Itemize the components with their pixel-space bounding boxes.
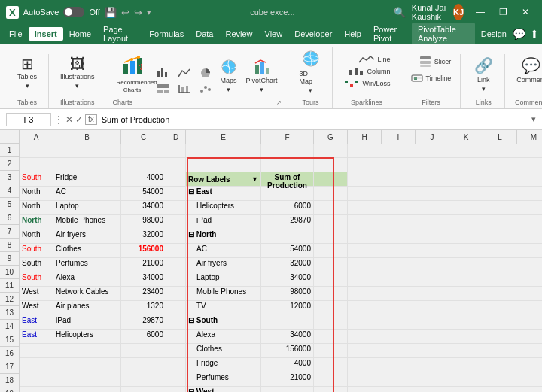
minimize-button[interactable]: — bbox=[470, 2, 491, 23]
cell-e9[interactable]: Air fryers bbox=[186, 258, 261, 272]
cell-e18[interactable]: ⊟ West bbox=[186, 387, 261, 392]
cell-rest-16[interactable] bbox=[348, 358, 542, 372]
cell-f7[interactable] bbox=[261, 229, 314, 243]
cell-d8[interactable] bbox=[166, 244, 186, 257]
cell-b16[interactable] bbox=[53, 358, 121, 372]
cell-a16[interactable] bbox=[20, 358, 53, 372]
cell-f17[interactable]: 21000 bbox=[261, 372, 314, 386]
cell-e16[interactable]: Fridge bbox=[186, 358, 261, 372]
menu-view[interactable]: View bbox=[259, 27, 289, 41]
menu-design[interactable]: Design bbox=[475, 27, 513, 41]
cell-c2[interactable] bbox=[121, 158, 166, 172]
cell-e17[interactable]: Perfumes bbox=[186, 372, 261, 386]
cell-d11[interactable] bbox=[166, 287, 186, 300]
ribbon-btn-winloss-sparkline[interactable]: Win/Loss bbox=[340, 78, 394, 89]
cell-b2[interactable] bbox=[53, 158, 121, 172]
cell-f13[interactable] bbox=[261, 315, 314, 329]
cell-d2[interactable] bbox=[166, 158, 186, 172]
col-header-m[interactable]: M bbox=[517, 130, 542, 144]
cell-a10[interactable]: South bbox=[20, 272, 53, 286]
cell-e3[interactable]: Row Labels▼ bbox=[186, 172, 261, 186]
cell-b12[interactable]: Air planes bbox=[53, 301, 121, 315]
cell-a13[interactable]: East bbox=[20, 315, 53, 329]
cell-d9[interactable] bbox=[166, 258, 186, 272]
cell-a1[interactable] bbox=[20, 144, 53, 157]
cell-d18[interactable] bbox=[166, 387, 186, 392]
cell-rest-14[interactable] bbox=[348, 330, 542, 343]
ribbon-btn-hierarchy-chart[interactable] bbox=[154, 82, 173, 96]
cell-rest-2[interactable] bbox=[348, 158, 542, 172]
cell-f5[interactable]: 6000 bbox=[261, 201, 314, 214]
cell-c5[interactable]: 34000 bbox=[121, 201, 166, 214]
cell-a6[interactable]: North bbox=[20, 215, 53, 229]
formula-confirm-icon[interactable]: ✓ bbox=[75, 114, 83, 125]
cell-a7[interactable]: North bbox=[20, 229, 53, 243]
formula-cancel-icon[interactable]: ✕ bbox=[65, 114, 73, 125]
cell-b18[interactable] bbox=[53, 387, 121, 392]
cell-b15[interactable] bbox=[53, 344, 121, 357]
cell-c14[interactable]: 6000 bbox=[121, 330, 166, 343]
ribbon-btn-scatter-chart[interactable] bbox=[196, 82, 215, 96]
cell-rest-17[interactable] bbox=[348, 372, 542, 386]
cell-g4[interactable] bbox=[314, 187, 348, 200]
ribbon-btn-maps[interactable]: Maps ▾ bbox=[217, 56, 241, 96]
ribbon-comment-icon[interactable]: 💬 bbox=[513, 28, 525, 40]
menu-pivottable-analyze[interactable]: PivotTable Analyze bbox=[412, 23, 475, 45]
ribbon-btn-illustrations[interactable]: 🖼 Illustrations ▾ bbox=[56, 54, 99, 92]
cell-c10[interactable]: 34000 bbox=[121, 272, 166, 286]
cell-f12[interactable]: 12000 bbox=[261, 301, 314, 315]
cell-b17[interactable] bbox=[53, 372, 121, 386]
cell-g7[interactable] bbox=[314, 229, 348, 243]
cell-b14[interactable]: Helicopters bbox=[53, 330, 121, 343]
cell-g3[interactable] bbox=[314, 172, 348, 186]
cell-f10[interactable]: 34000 bbox=[261, 272, 314, 286]
formula-bar-expand-icon[interactable]: ▾ bbox=[531, 114, 536, 124]
cell-g2[interactable] bbox=[314, 158, 348, 172]
col-header-j[interactable]: J bbox=[416, 130, 449, 144]
cell-c15[interactable] bbox=[121, 344, 166, 357]
cell-rest-15[interactable] bbox=[348, 344, 542, 357]
col-header-f[interactable]: F bbox=[261, 130, 314, 144]
maximize-button[interactable]: ❐ bbox=[492, 2, 513, 23]
formula-input[interactable] bbox=[100, 114, 528, 126]
menu-developer[interactable]: Developer bbox=[288, 27, 338, 41]
formula-fn-icon[interactable]: fx bbox=[85, 114, 97, 125]
menu-file[interactable]: File bbox=[3, 27, 29, 41]
cell-rest-18[interactable] bbox=[348, 387, 542, 392]
cell-d16[interactable] bbox=[166, 358, 186, 372]
cell-g9[interactable] bbox=[314, 258, 348, 272]
cell-rest-5[interactable] bbox=[348, 201, 542, 214]
cell-e8[interactable]: AC bbox=[186, 244, 261, 257]
cell-f6[interactable]: 29870 bbox=[261, 215, 314, 229]
cell-a18[interactable] bbox=[20, 387, 53, 392]
cell-e6[interactable]: iPad bbox=[186, 215, 261, 229]
cell-f15[interactable]: 156000 bbox=[261, 344, 314, 357]
ribbon-btn-timeline[interactable]: Timeline bbox=[408, 71, 455, 86]
menu-data[interactable]: Data bbox=[190, 27, 219, 41]
cell-a2[interactable] bbox=[20, 158, 53, 172]
cell-rest-4[interactable] bbox=[348, 187, 542, 200]
cell-rest-10[interactable] bbox=[348, 272, 542, 286]
cell-d17[interactable] bbox=[166, 372, 186, 386]
cell-e14[interactable]: Alexa bbox=[186, 330, 261, 343]
cell-b1[interactable] bbox=[53, 144, 121, 157]
cell-a11[interactable]: West bbox=[20, 287, 53, 300]
ribbon-btn-pivotchart[interactable]: PivotChart ▾ bbox=[242, 56, 282, 96]
cell-a14[interactable]: East bbox=[20, 330, 53, 343]
cell-a17[interactable] bbox=[20, 372, 53, 386]
cell-g8[interactable] bbox=[314, 244, 348, 257]
cell-g6[interactable] bbox=[314, 215, 348, 229]
col-header-b[interactable]: B bbox=[53, 130, 121, 144]
menu-help[interactable]: Help bbox=[338, 27, 367, 41]
cell-f8[interactable]: 54000 bbox=[261, 244, 314, 257]
formula-bar-options-icon[interactable]: ⋮ bbox=[54, 114, 63, 125]
cell-d3[interactable] bbox=[166, 172, 186, 186]
ribbon-search-icon[interactable]: ⬆ bbox=[530, 28, 539, 40]
cell-rest-6[interactable] bbox=[348, 215, 542, 229]
menu-review[interactable]: Review bbox=[219, 27, 258, 41]
cell-f3[interactable]: Sum of Production bbox=[261, 172, 314, 186]
cell-c13[interactable]: 29870 bbox=[121, 315, 166, 329]
cell-g14[interactable] bbox=[314, 330, 348, 343]
ribbon-btn-column-sparkline[interactable]: Column bbox=[345, 66, 394, 77]
cell-f2[interactable] bbox=[261, 158, 314, 172]
